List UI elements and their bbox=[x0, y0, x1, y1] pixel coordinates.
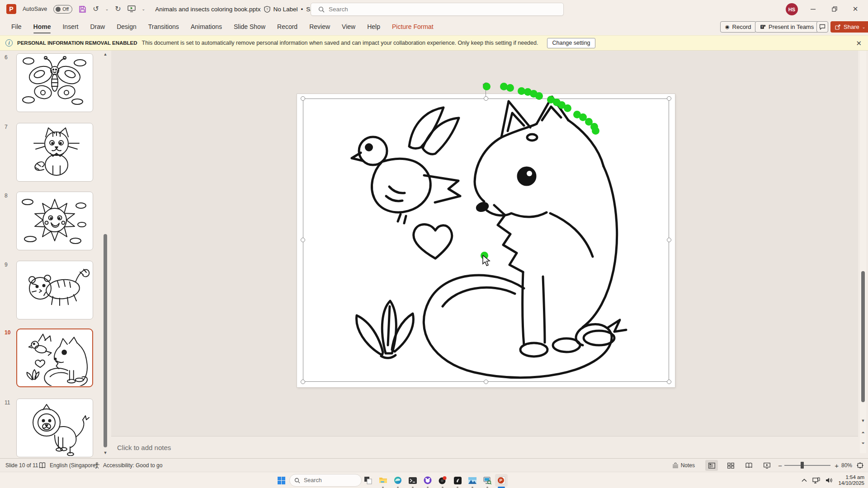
slide-thumbnail-9[interactable] bbox=[16, 261, 93, 319]
zoom-slider-track[interactable] bbox=[784, 465, 830, 466]
comments-button[interactable] bbox=[816, 21, 828, 33]
tab-home[interactable]: Home bbox=[28, 19, 57, 34]
photos-icon[interactable] bbox=[466, 474, 479, 487]
taskbar-clock[interactable]: 1:54 am 14/10/2025 bbox=[838, 474, 864, 486]
task-view-icon[interactable] bbox=[362, 474, 374, 487]
zoom-level[interactable]: 80% bbox=[841, 459, 852, 472]
present-in-teams-button[interactable]: T Present in Teams bbox=[755, 21, 819, 33]
present-button-label: Present in Teams bbox=[769, 23, 814, 30]
notes-pane[interactable]: Click to add notes bbox=[111, 436, 858, 458]
network-icon[interactable] bbox=[812, 477, 820, 484]
speaker-icon[interactable] bbox=[826, 477, 833, 483]
resize-handle-bottom-right[interactable] bbox=[667, 380, 671, 384]
next-slide-icon[interactable]: ⏷ bbox=[860, 440, 866, 446]
slide-sorter-view-button[interactable] bbox=[724, 460, 737, 471]
svg-text:?: ? bbox=[266, 7, 268, 11]
resize-handle-mid-left[interactable] bbox=[301, 238, 305, 242]
slide-thumbnail-8[interactable] bbox=[16, 192, 93, 250]
reading-view-button[interactable] bbox=[742, 460, 755, 471]
spellcheck-book-icon[interactable] bbox=[39, 459, 46, 472]
system-tool-icon[interactable] bbox=[481, 474, 494, 487]
banner-close-icon[interactable]: ✕ bbox=[856, 39, 862, 47]
panel-scrollbar-thumb[interactable] bbox=[104, 234, 107, 447]
app-icon-red-badge[interactable] bbox=[436, 474, 449, 487]
main-scrollbar-thumb[interactable] bbox=[861, 271, 865, 402]
resize-handle-bottom-left[interactable] bbox=[301, 380, 305, 384]
resize-handle-top-left[interactable] bbox=[301, 96, 305, 101]
tab-view[interactable]: View bbox=[336, 19, 361, 34]
panel-scroll-up-icon[interactable]: ▲ bbox=[103, 52, 108, 57]
resize-handle-top-right[interactable] bbox=[667, 96, 671, 101]
record-dot-icon: ◉ bbox=[725, 24, 730, 30]
previous-slide-icon[interactable]: ⏶ bbox=[860, 429, 866, 436]
tab-record[interactable]: Record bbox=[271, 19, 303, 34]
slide-10-canvas[interactable] bbox=[297, 94, 675, 387]
search-box[interactable]: Search bbox=[311, 3, 564, 16]
clock-date: 14/10/2025 bbox=[838, 480, 864, 486]
share-button[interactable]: Share ⌄ bbox=[830, 21, 868, 33]
tab-picture-format[interactable]: Picture Format bbox=[386, 19, 439, 34]
tray-chevron-icon[interactable] bbox=[802, 479, 807, 482]
tab-slide-show[interactable]: Slide Show bbox=[228, 19, 271, 34]
slide-thumbnail-7[interactable] bbox=[16, 123, 93, 182]
zoom-out-button[interactable]: − bbox=[778, 459, 782, 472]
scroll-down-icon[interactable]: ▼ bbox=[860, 418, 866, 424]
resize-handle-mid-right[interactable] bbox=[667, 238, 671, 242]
github-desktop-icon[interactable] bbox=[421, 474, 434, 487]
autosave-label: AutoSave bbox=[23, 6, 47, 12]
save-icon[interactable] bbox=[79, 5, 86, 13]
undo-icon[interactable]: ↺ bbox=[93, 5, 99, 13]
taskbar-search-box[interactable]: Search bbox=[289, 474, 362, 487]
quick-access-toolbar: P AutoSave Off ↺ ⌄ ↻ ⌄ bbox=[0, 4, 145, 14]
tiger-drawing bbox=[29, 269, 89, 305]
sensitivity-shield-icon: ? bbox=[264, 6, 270, 13]
undo-dropdown-icon[interactable]: ⌄ bbox=[105, 7, 109, 11]
slideshow-view-button[interactable] bbox=[760, 460, 773, 471]
powerpoint-taskbar-icon[interactable]: P bbox=[495, 474, 508, 487]
customize-qat-icon[interactable]: ⌄ bbox=[142, 7, 146, 11]
record-button[interactable]: ◉ Record bbox=[720, 21, 756, 33]
terminal-icon[interactable] bbox=[406, 474, 419, 487]
panel-scroll-down-icon[interactable]: ▼ bbox=[103, 450, 108, 455]
language-indicator[interactable]: English (Singapore) bbox=[50, 459, 97, 472]
slide-thumbnail-11[interactable] bbox=[16, 399, 93, 457]
tab-review[interactable]: Review bbox=[303, 19, 336, 34]
start-button[interactable] bbox=[275, 474, 288, 487]
notes-toggle-button[interactable]: Notes bbox=[672, 459, 695, 472]
main-scrollbar[interactable]: ▼ ⏶ ⏷ bbox=[858, 51, 868, 458]
svg-text:T: T bbox=[761, 25, 763, 28]
tab-help[interactable]: Help bbox=[361, 19, 386, 34]
edge-browser-icon[interactable] bbox=[392, 474, 404, 487]
slide-thumbnail-10[interactable] bbox=[16, 328, 93, 387]
account-avatar[interactable]: HS bbox=[786, 3, 798, 15]
start-slideshow-icon[interactable] bbox=[127, 5, 136, 13]
redo-icon[interactable]: ↻ bbox=[115, 5, 121, 13]
file-explorer-icon[interactable] bbox=[377, 474, 389, 487]
change-setting-button[interactable]: Change setting bbox=[547, 38, 595, 48]
panel-scrollbar[interactable]: ▲ ▼ bbox=[102, 51, 108, 458]
fit-to-window-button[interactable] bbox=[854, 460, 866, 471]
autosave-toggle[interactable]: Off bbox=[53, 5, 72, 14]
tab-draw[interactable]: Draw bbox=[84, 19, 111, 34]
tab-design[interactable]: Design bbox=[111, 19, 142, 34]
restore-button[interactable] bbox=[825, 0, 844, 18]
slide-number-7: 7 bbox=[5, 124, 8, 130]
zoom-slider-thumb[interactable] bbox=[801, 462, 804, 469]
normal-view-button[interactable] bbox=[705, 460, 718, 471]
notes-placeholder: Click to add notes bbox=[117, 444, 171, 451]
ribbon-tabs: File Home Insert Draw Design Transitions… bbox=[0, 19, 439, 34]
sensitivity-label[interactable]: No Label bbox=[274, 6, 298, 13]
slide-indicator[interactable]: Slide 10 of 11 bbox=[5, 459, 38, 472]
resize-handle-top-center[interactable] bbox=[484, 96, 488, 101]
tab-animations[interactable]: Animations bbox=[185, 19, 228, 34]
tab-insert[interactable]: Insert bbox=[57, 19, 84, 34]
app-icon-dark[interactable] bbox=[451, 474, 464, 487]
slide-thumbnail-6[interactable] bbox=[16, 53, 93, 112]
close-button[interactable]: ✕ bbox=[845, 0, 865, 18]
tab-transitions[interactable]: Transitions bbox=[142, 19, 185, 34]
minimize-button[interactable] bbox=[803, 0, 823, 18]
tab-file[interactable]: File bbox=[5, 19, 28, 34]
zoom-in-button[interactable]: + bbox=[835, 459, 839, 472]
accessibility-status[interactable]: Accessibility: Good to go bbox=[103, 459, 162, 472]
resize-handle-bottom-center[interactable] bbox=[484, 380, 488, 384]
